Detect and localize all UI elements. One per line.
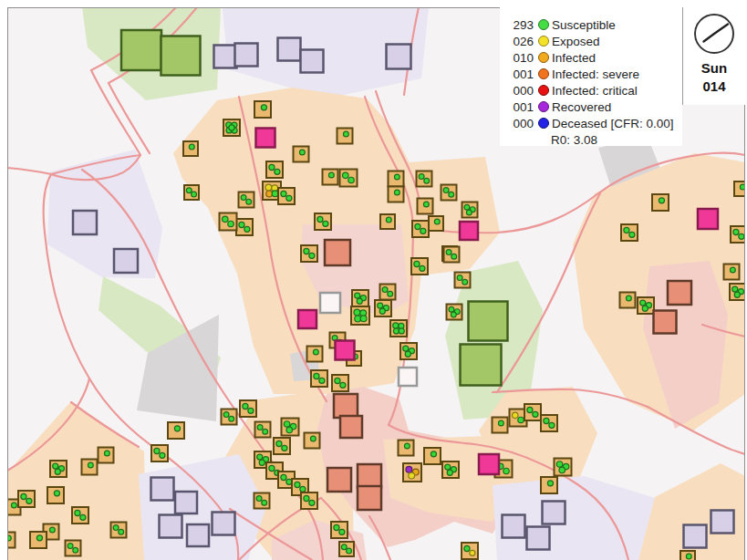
building-hospital-building <box>460 222 478 240</box>
building-house <box>351 306 369 325</box>
building-office-building <box>235 44 258 67</box>
person-dot-g <box>300 486 306 492</box>
building-apartment-building <box>358 486 381 510</box>
building-community-building <box>469 302 508 341</box>
person-dot-g <box>154 448 160 453</box>
person-dot-g <box>314 373 319 379</box>
person-dot-g <box>424 178 430 183</box>
person-dot-g <box>313 349 318 355</box>
person-dot-g <box>88 462 93 468</box>
person-dot-g <box>295 482 300 487</box>
person-dot-g <box>299 150 305 155</box>
person-dot-g <box>415 223 420 229</box>
person-dot-g <box>276 441 282 446</box>
person-dot-g <box>281 191 286 196</box>
building-office-building <box>684 525 707 548</box>
legend-row: 000Infected: critical <box>500 82 682 99</box>
person-dot-g <box>259 460 265 465</box>
person-dot-g <box>449 306 454 312</box>
building-office-building <box>160 515 182 538</box>
legend-label: Infected: critical <box>552 84 638 98</box>
person-dot-g <box>464 545 470 551</box>
person-dot-g <box>730 267 735 273</box>
legend-state-dot-icon <box>538 52 549 63</box>
person-dot-g <box>75 510 80 515</box>
day-label: Sun <box>683 59 745 78</box>
legend-state-dot-icon <box>538 101 549 112</box>
person-dot-g <box>447 470 452 475</box>
person-dot-g <box>228 221 233 226</box>
person-dot-g <box>243 403 248 409</box>
building-house <box>417 171 432 187</box>
legend-rows: 293Susceptible026Exposed010Infected001In… <box>500 16 682 131</box>
building-hospital-building <box>298 310 316 328</box>
person-dot-g <box>80 514 86 520</box>
legend-row: 001Recovered <box>500 99 682 115</box>
building-apartment-building <box>334 394 358 418</box>
legend-count: 001 <box>500 100 534 114</box>
building-community-building <box>121 30 161 70</box>
building-community-building <box>161 36 201 76</box>
person-dot-g <box>686 554 691 559</box>
page-margin-top <box>0 0 747 7</box>
person-dot-g <box>382 287 388 293</box>
building-house <box>220 213 237 231</box>
person-dot-g <box>419 174 424 180</box>
building-house <box>301 245 317 262</box>
person-dot-g <box>272 191 278 197</box>
person-dot-g <box>282 445 287 451</box>
building-house <box>331 522 348 538</box>
person-dot-g <box>659 198 664 203</box>
building-office-building <box>527 527 550 550</box>
legend-count: 000 <box>500 117 534 130</box>
person-dot-g <box>53 463 58 469</box>
person-dot-g <box>223 216 228 222</box>
person-dot-g <box>431 451 436 457</box>
person-dot-p <box>406 466 412 472</box>
person-dot-g <box>547 481 553 486</box>
building-apartment-building <box>358 464 381 488</box>
building-house <box>441 185 457 201</box>
person-dot-g <box>21 493 26 499</box>
person-dot-g <box>286 195 292 201</box>
building-office-building <box>187 524 209 546</box>
person-dot-g <box>286 427 292 432</box>
building-house <box>541 415 557 431</box>
building-house <box>301 493 317 509</box>
legend-label: Infected <box>552 51 596 65</box>
legend-row: 001Infected: severe <box>500 66 682 82</box>
building-office-building <box>387 45 411 69</box>
building-house <box>278 188 295 204</box>
building-house <box>332 375 348 391</box>
building-house <box>444 247 460 263</box>
person-dot-g <box>443 188 449 193</box>
person-dot-g <box>11 503 16 508</box>
person-dot-g <box>559 467 565 472</box>
building-house <box>412 221 429 237</box>
legend-state-dot-icon <box>538 36 549 47</box>
building-house <box>380 285 396 300</box>
person-dot-g <box>186 188 192 193</box>
building-apartment-building <box>668 281 691 305</box>
legend-row: 293Susceptible <box>500 16 682 33</box>
building-house <box>254 493 270 509</box>
legend-label: Exposed <box>552 35 600 48</box>
person-dot-g <box>399 328 404 334</box>
person-dot-g <box>341 544 347 550</box>
building-house <box>66 541 81 556</box>
person-dot-g <box>160 452 165 458</box>
clock-panel: Sun 014 <box>682 7 745 105</box>
building-office-building <box>214 46 237 68</box>
person-dot-g <box>394 190 399 195</box>
building-apartment-building <box>340 416 362 438</box>
building-house <box>411 258 428 275</box>
person-dot-g <box>263 429 268 434</box>
person-dot-g <box>309 500 315 505</box>
person-dot-g <box>36 535 42 541</box>
person-dot-g <box>192 192 197 197</box>
person-dot-g <box>354 309 360 316</box>
building-house <box>239 192 254 208</box>
person-dot-g <box>640 300 646 306</box>
person-dot-g <box>624 227 629 233</box>
person-dot-g <box>451 312 456 317</box>
